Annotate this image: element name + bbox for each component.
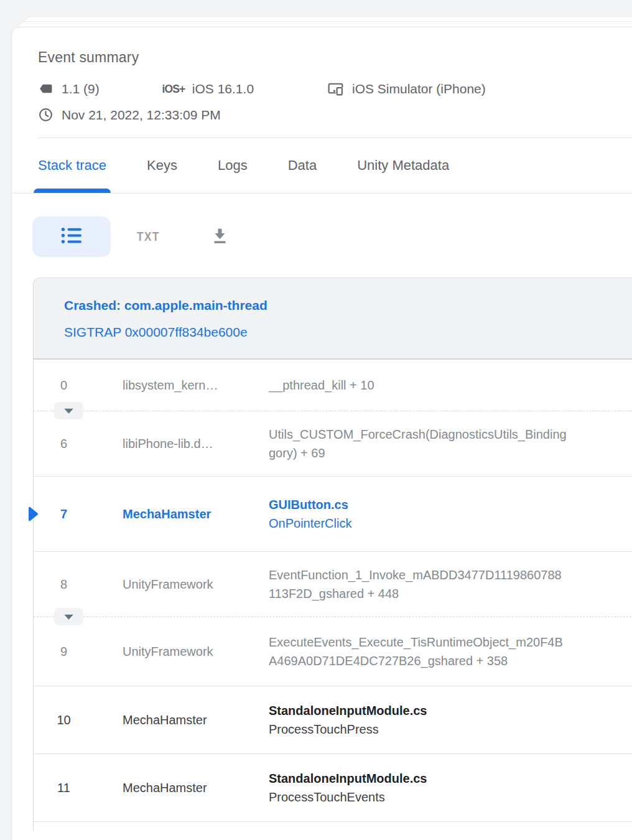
app-version-label: 1.1 (9): [62, 82, 100, 96]
frame-symbol: StandaloneInputModule.cs ProcessTouchEve…: [269, 769, 632, 806]
symbol-function: ProcessTouchPress: [269, 720, 632, 739]
symbol-line: EventFunction_1_Invoke_mABDD3477D1119860…: [269, 566, 632, 584]
frame-row-7-selected[interactable]: 7 MechaHamster GUIButton.cs OnPointerCli…: [34, 477, 632, 552]
frame-row-0[interactable]: 0 libsystem_kern… __pthread_kill + 10: [34, 360, 632, 411]
device-icon: [327, 81, 344, 96]
frame-row-9[interactable]: 9 UnityFramework ExecuteEvents_Execute_T…: [34, 617, 632, 686]
frame-symbol: GUIButton.cs OnPointerClick: [269, 495, 632, 533]
app-version: 1.1 (9): [38, 81, 161, 96]
frame-number: 8: [34, 577, 94, 592]
frame-library: libsystem_kern…: [94, 378, 269, 393]
page-title: Event summary: [38, 49, 632, 66]
event-meta-row-2: Nov 21, 2022, 12:33:09 PM: [38, 107, 632, 123]
symbol-file: StandaloneInputModule.cs: [269, 769, 632, 788]
symbol-file: StandaloneInputModule.cs: [269, 701, 632, 720]
ios-icon: iOS+: [162, 82, 185, 96]
device-model: iOS Simulator (iPhone): [327, 81, 486, 96]
symbol-line: A469A0D71DE4DC727B26_gshared + 358: [269, 651, 632, 670]
frame-library: libiPhone-lib.d…: [94, 437, 269, 451]
frame-library: MechaHamster: [94, 713, 269, 727]
frame-symbol: EventFunction_1_Invoke_mABDD3477D1119860…: [269, 566, 632, 603]
symbol-function: ProcessTouchEvents: [269, 788, 632, 806]
frame-number: 0: [34, 378, 94, 393]
frame-row-8[interactable]: 8 UnityFramework EventFunction_1_Invoke_…: [34, 552, 632, 617]
expand-frames-button[interactable]: [54, 402, 83, 419]
crashed-thread-title: Crashed: com.apple.main-thread: [64, 297, 632, 314]
version-tag-icon: [38, 81, 53, 96]
detail-tabs: Stack trace Keys Logs Data Unity Metadat…: [12, 138, 632, 194]
frame-symbol: StandaloneInputModule.cs ProcessTouchPre…: [269, 701, 632, 739]
event-card: Event summary 1.1 (9) iOS+ iOS 16.1.0: [11, 27, 632, 840]
frame-symbol: ExecuteEvents_Execute_TisRuntimeObject_m…: [269, 633, 632, 670]
active-tab-underline: [34, 189, 111, 193]
frame-number: 11: [34, 781, 94, 795]
tab-label: Logs: [218, 157, 248, 174]
list-view-icon: [60, 226, 83, 248]
tab-label: Keys: [147, 157, 177, 174]
crash-signal: SIGTRAP 0x00007ff834be600e: [64, 324, 632, 341]
list-view-toggle-button[interactable]: [32, 217, 111, 257]
frame-row-11[interactable]: 11 MechaHamster StandaloneInputModule.cs…: [34, 754, 632, 822]
symbol-line: 113F2D_gshared + 448: [269, 584, 632, 603]
device-model-label: iOS Simulator (iPhone): [352, 82, 486, 96]
frame-symbol: Utils_CUSTOM_ForceCrash(DiagnosticsUtils…: [269, 425, 632, 462]
frame-number: 10: [34, 713, 94, 727]
frame-library: MechaHamster: [94, 781, 269, 795]
tab-data[interactable]: Data: [288, 138, 317, 193]
download-button[interactable]: [210, 226, 230, 248]
symbol-line: ExecuteEvents_Execute_TisRuntimeObject_m…: [269, 633, 632, 651]
crash-frame-marker-icon: [27, 506, 39, 522]
next-frame-row-partial: [34, 822, 632, 831]
trace-toolbar: TXT: [12, 194, 632, 257]
clock-icon: [38, 107, 53, 123]
symbol-function-link[interactable]: OnPointerClick: [269, 514, 632, 533]
stack-trace-card: Crashed: com.apple.main-thread SIGTRAP 0…: [33, 278, 632, 831]
symbol-file-link[interactable]: GUIButton.cs: [269, 495, 632, 514]
symbol-line: __pthread_kill + 10: [269, 376, 632, 394]
expand-frames-button[interactable]: [54, 608, 83, 625]
tab-label: Unity Metadata: [357, 157, 449, 174]
os-version: iOS+ iOS 16.1.0: [161, 82, 327, 96]
frame-symbol: __pthread_kill + 10: [269, 376, 632, 394]
event-timestamp: Nov 21, 2022, 12:33:09 PM: [38, 107, 221, 123]
tab-logs[interactable]: Logs: [218, 138, 248, 193]
frame-number: 6: [34, 437, 94, 451]
symbol-line: gory) + 69: [269, 444, 632, 462]
frame-row-6[interactable]: 6 libiPhone-lib.d… Utils_CUSTOM_ForceCra…: [34, 411, 632, 477]
event-summary-section: Event summary 1.1 (9) iOS+ iOS 16.1.0: [12, 27, 632, 138]
frame-row-10[interactable]: 10 MechaHamster StandaloneInputModule.cs…: [34, 686, 632, 754]
frame-number: 7: [34, 507, 94, 521]
tab-label: Data: [288, 157, 317, 174]
frame-library: MechaHamster: [94, 507, 269, 521]
symbol-line: Utils_CUSTOM_ForceCrash(DiagnosticsUtils…: [269, 425, 632, 444]
txt-view-button[interactable]: TXT: [137, 230, 160, 244]
tab-stack-trace[interactable]: Stack trace: [38, 138, 106, 193]
download-icon: [210, 226, 230, 248]
frame-library: UnityFramework: [94, 577, 269, 592]
event-meta-row-1: 1.1 (9) iOS+ iOS 16.1.0 iOS Simulator (i…: [38, 81, 632, 96]
tab-label: Stack trace: [38, 157, 106, 174]
os-version-label: iOS 16.1.0: [192, 82, 254, 96]
event-timestamp-label: Nov 21, 2022, 12:33:09 PM: [62, 108, 221, 123]
crashed-thread-header: Crashed: com.apple.main-thread SIGTRAP 0…: [33, 278, 632, 360]
tab-unity-metadata[interactable]: Unity Metadata: [357, 138, 449, 193]
frame-library: UnityFramework: [94, 645, 269, 659]
frame-number: 9: [34, 645, 94, 659]
tab-keys[interactable]: Keys: [147, 138, 177, 193]
